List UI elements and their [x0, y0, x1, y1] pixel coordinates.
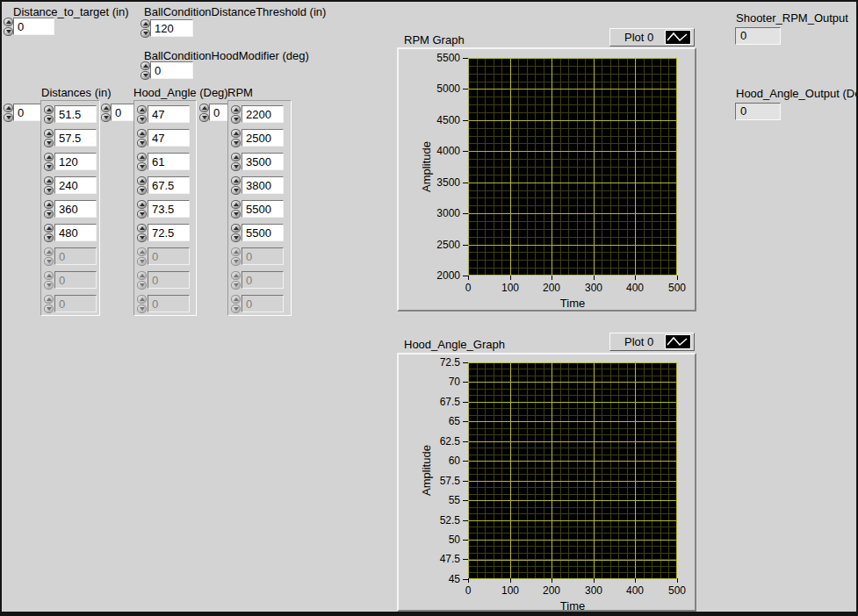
- spinner-icon[interactable]: [231, 129, 241, 147]
- spinner-icon: [44, 271, 54, 290]
- spinner-icon[interactable]: [44, 224, 54, 242]
- spinner-icon: [44, 247, 54, 266]
- hood-angle-element-2[interactable]: [148, 153, 190, 170]
- rpm-graph: 5500 5000 4500 4000 3500 3000 2500 2000 …: [397, 47, 696, 312]
- rpm-element-empty: [242, 271, 284, 289]
- distance-to-target-spinner-icon[interactable]: [4, 18, 13, 36]
- rpm-element-2[interactable]: [242, 153, 284, 170]
- distances-element-4[interactable]: [54, 200, 97, 218]
- hood-angle-graph-legend[interactable]: Plot 0: [609, 333, 695, 351]
- plot-line-style-icon[interactable]: [665, 30, 691, 45]
- distance-to-target-input[interactable]: [13, 18, 54, 35]
- spinner-icon[interactable]: [231, 105, 241, 124]
- spinner-icon[interactable]: [44, 153, 54, 171]
- spinner-icon[interactable]: [137, 129, 147, 147]
- distances-element-empty: [54, 295, 97, 312]
- rpm-element-empty: [242, 247, 284, 265]
- y-tick-label: 3000: [399, 206, 460, 220]
- spinner-icon: [137, 247, 147, 266]
- distances-element-5[interactable]: [54, 224, 97, 241]
- hood-angle-element-0[interactable]: [148, 105, 190, 123]
- rpm-array-label: RPM: [227, 86, 253, 99]
- spinner-icon[interactable]: [231, 224, 241, 242]
- y-tick-label: 5500: [399, 51, 460, 65]
- spinner-icon[interactable]: [231, 176, 241, 195]
- x-tick-label: 0: [451, 584, 486, 597]
- distances-element-1[interactable]: [54, 129, 97, 147]
- distances-array-label: Distances (in): [41, 86, 111, 99]
- x-tick-label: 100: [493, 282, 528, 294]
- spinner-icon[interactable]: [44, 200, 54, 218]
- hood-angle-element-1[interactable]: [148, 129, 190, 147]
- hood-angle-graph-title: Hood_Angle_Graph: [404, 338, 505, 351]
- hood-angle-element-empty: [148, 247, 190, 265]
- rpm-index-spinner-icon[interactable]: [199, 104, 209, 122]
- hood-angle-element-5[interactable]: [148, 224, 190, 241]
- ball-condition-hood-modifier-input[interactable]: [150, 61, 193, 79]
- hood-angle-element-empty: [148, 295, 190, 312]
- rpm-graph-legend[interactable]: Plot 0: [609, 28, 695, 47]
- distances-element-3[interactable]: [54, 176, 97, 194]
- spinner-icon[interactable]: [44, 129, 54, 147]
- distances-element-empty: [54, 247, 97, 265]
- spinner-icon: [231, 247, 241, 266]
- distances-element-0[interactable]: [54, 105, 97, 123]
- x-tick-label: 400: [617, 584, 653, 597]
- distances-array: [40, 100, 100, 316]
- x-tick-label: 0: [451, 282, 486, 294]
- y-tick-label: 47.5: [399, 552, 460, 566]
- rpm-element-4[interactable]: [242, 200, 284, 218]
- rpm-array: [227, 100, 292, 316]
- spinner-icon[interactable]: [231, 200, 241, 218]
- rpm-graph-title: RPM Graph: [404, 33, 465, 47]
- hood-angle-index-spinner-icon[interactable]: [101, 104, 111, 122]
- x-tick-label: 500: [660, 282, 695, 294]
- y-tick-label: 2000: [399, 269, 460, 283]
- rpm-element-3[interactable]: [242, 176, 284, 194]
- ball-condition-distance-threshold-input[interactable]: [150, 19, 193, 37]
- spinner-icon[interactable]: [137, 105, 147, 124]
- rpm-element-1[interactable]: [242, 129, 284, 147]
- rpm-graph-plot-area[interactable]: [468, 58, 677, 276]
- plot-legend-label: Plot 0: [624, 335, 653, 348]
- spinner-icon[interactable]: [137, 200, 147, 218]
- x-tick-label: 300: [576, 584, 611, 597]
- hood-angle-graph-plot-area[interactable]: [468, 362, 677, 579]
- x-tick-label: 400: [617, 282, 653, 294]
- spinner-icon[interactable]: [137, 224, 147, 242]
- spinner-icon[interactable]: [137, 153, 147, 171]
- spinner-icon[interactable]: [137, 176, 147, 195]
- hood-angle-graph-ylabel: Amplitude: [420, 445, 433, 496]
- distances-element-2[interactable]: [54, 153, 97, 170]
- spinner-icon[interactable]: [44, 105, 54, 124]
- x-tick-label: 300: [576, 282, 611, 294]
- y-tick-label: 4500: [399, 113, 460, 127]
- spinner-icon: [231, 295, 241, 313]
- ball-condition-distance-threshold-spinner-icon[interactable]: [141, 19, 150, 38]
- ball-condition-hood-modifier-spinner-icon[interactable]: [141, 61, 150, 80]
- y-tick-label: 65: [399, 414, 460, 428]
- distances-index-spinner-icon[interactable]: [4, 104, 13, 122]
- plot-line-style-icon[interactable]: [665, 334, 691, 349]
- spinner-icon[interactable]: [231, 153, 241, 171]
- spinner-icon[interactable]: [44, 176, 54, 195]
- hood-angle-output-label: Hood_Angle_Output (Deg): [736, 87, 858, 100]
- spinner-icon: [137, 271, 147, 290]
- front-panel: Distance_to_target (in) BallConditionDis…: [0, 0, 858, 616]
- shooter-rpm-output-value: 0: [735, 27, 781, 45]
- hood-angle-element-3[interactable]: [148, 176, 190, 194]
- y-tick-label: 50: [399, 533, 460, 547]
- plot-legend-label: Plot 0: [624, 31, 653, 44]
- rpm-graph-ylabel: Amplitude: [420, 141, 433, 192]
- rpm-element-5[interactable]: [242, 224, 284, 241]
- hood-angle-array: [133, 100, 197, 316]
- y-tick-label: 5000: [399, 82, 460, 96]
- rpm-element-0[interactable]: [242, 105, 284, 123]
- x-tick-label: 200: [534, 584, 569, 597]
- spinner-icon: [137, 295, 147, 313]
- x-tick-label: 200: [534, 282, 569, 294]
- spinner-icon: [231, 271, 241, 290]
- distances-index-input[interactable]: [13, 104, 41, 121]
- hood-angle-element-4[interactable]: [148, 200, 190, 218]
- hood-angle-element-empty: [148, 271, 190, 289]
